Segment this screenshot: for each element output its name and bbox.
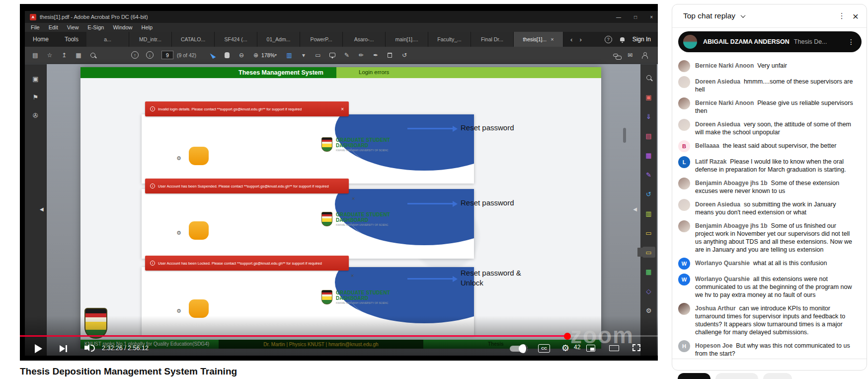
organize-pages-icon[interactable]: ▤ — [642, 130, 655, 141]
search-icon[interactable] — [89, 53, 96, 58]
tab-close-icon[interactable]: × — [551, 36, 553, 42]
play-button[interactable] — [35, 344, 42, 353]
settings-gear-icon[interactable]: ⚙ — [561, 343, 569, 354]
theater-mode-button[interactable] — [609, 345, 619, 351]
chat-message: LLatif RazakPlease I would like to know … — [672, 154, 867, 176]
highlight-pen-icon[interactable]: ✎ — [343, 52, 350, 59]
attachments-icon[interactable]: ✇ — [32, 112, 39, 119]
minimize-button[interactable]: — — [616, 14, 621, 20]
zoom-level-select[interactable]: 178% — [261, 52, 275, 58]
link-icon[interactable] — [612, 54, 619, 57]
chat-close-icon[interactable]: × — [853, 11, 859, 21]
doc-tab-active[interactable]: thesis[1]... × — [514, 32, 563, 47]
comment-icon[interactable] — [329, 53, 336, 57]
notifications-bell-icon[interactable] — [620, 37, 625, 41]
chat-menu-kebab-icon[interactable]: ⋮ — [831, 11, 853, 20]
doc-tab[interactable]: PowerP... — [300, 32, 343, 47]
select-tool-icon[interactable] — [209, 52, 216, 58]
tab-scroll-left-icon[interactable]: ‹ — [570, 36, 572, 43]
doc-tab[interactable]: CATALO... — [172, 32, 215, 47]
next-button[interactable] — [60, 345, 69, 352]
export-pdf-icon[interactable]: ⇓ — [642, 111, 655, 122]
comment-tool-icon[interactable]: ▭ — [642, 247, 655, 258]
pdf-scrollbar-thumb[interactable] — [623, 128, 626, 143]
marquee-zoom-icon[interactable] — [642, 72, 655, 83]
doc-tab[interactable]: main[1].... — [386, 32, 428, 47]
fill-and-sign-icon[interactable]: ✎ — [642, 169, 655, 180]
scan-ocr-icon[interactable]: ▥ — [642, 208, 655, 219]
menu-window[interactable]: Window — [113, 24, 132, 30]
tab-home[interactable]: Home — [25, 32, 57, 47]
edit-pdf-icon[interactable]: ▦ — [642, 150, 655, 161]
print-production-icon[interactable]: ▦ — [642, 266, 655, 277]
rotate-pages-icon[interactable]: ↺ — [401, 52, 408, 59]
chat-chip[interactable] — [678, 373, 710, 379]
next-page-icon[interactable]: ↓ — [146, 51, 154, 59]
email-icon[interactable]: ✉ — [627, 52, 633, 59]
star-icon[interactable]: ☆ — [46, 52, 53, 59]
restore-button[interactable]: □ — [634, 14, 637, 20]
page-thumbnails-icon[interactable]: ▣ — [32, 75, 39, 83]
chat-chip[interactable] — [763, 373, 792, 379]
chat-mode-dropdown[interactable]: Top chat replay — [683, 11, 735, 20]
doc-tab-label: thesis[1]... — [523, 36, 547, 42]
bookmarks-icon[interactable]: ⚑ — [32, 94, 39, 101]
progress-bar[interactable] — [20, 335, 658, 337]
page-number-input[interactable]: 9 — [161, 51, 173, 59]
fullscreen-button[interactable] — [632, 344, 640, 351]
delete-pages-icon[interactable] — [387, 53, 394, 58]
previous-page-icon[interactable]: ↑ — [131, 51, 139, 59]
collapse-left-panel-icon[interactable]: ◀ — [40, 206, 44, 212]
tab-tools[interactable]: Tools — [57, 32, 86, 47]
save-icon[interactable]: ▤ — [32, 52, 39, 59]
chat-chip[interactable] — [715, 373, 758, 379]
banner-close-icon[interactable]: × — [352, 195, 355, 201]
zoom-out-icon[interactable]: ⊖ — [238, 52, 245, 59]
progress-scrubber[interactable] — [564, 333, 571, 340]
page-display-caret-icon[interactable]: ▾ — [300, 52, 307, 59]
sign-in-button[interactable]: Sign In — [632, 36, 651, 43]
menu-file[interactable]: File — [31, 24, 40, 30]
doc-tab[interactable]: a... — [86, 32, 129, 47]
hand-tool-icon[interactable] — [224, 52, 231, 58]
collapse-right-panel-icon[interactable]: ◀ — [633, 206, 637, 212]
doc-tab[interactable]: Faculty_... — [428, 32, 471, 47]
protect-icon[interactable]: ◇ — [642, 285, 655, 296]
zoom-in-icon[interactable]: ⊕ — [252, 52, 259, 59]
chevron-down-icon[interactable] — [741, 13, 746, 18]
print-icon[interactable]: ▦ — [75, 52, 82, 59]
page-display-icon[interactable]: ▥ — [286, 52, 293, 59]
read-mode-icon[interactable]: ▭ — [315, 52, 321, 59]
logo-subtitle: DASHBOARD — [336, 143, 390, 148]
request-signatures-icon[interactable]: ▭ — [642, 227, 655, 238]
share-icon[interactable]: ↥ — [61, 52, 68, 59]
video-player[interactable]: A thesis[1].pdf - Adobe Acrobat Pro DC (… — [20, 4, 658, 361]
create-pdf-icon[interactable]: ▣ — [642, 92, 655, 102]
banner-close-icon[interactable]: × — [351, 273, 354, 279]
convert-pdf-icon[interactable]: ↺ — [642, 189, 655, 199]
profile-icon[interactable] — [641, 52, 648, 58]
more-tools-icon[interactable]: ⚙ — [642, 305, 655, 316]
sign-pen-icon[interactable]: ✏ — [358, 52, 365, 59]
banner-close-icon[interactable]: × — [341, 106, 344, 112]
doc-tab[interactable]: MD_intr... — [129, 32, 172, 47]
autoplay-toggle[interactable] — [510, 346, 527, 352]
menu-edit[interactable]: Edit — [49, 24, 58, 30]
menu-e-sign[interactable]: E-Sign — [87, 24, 104, 30]
doc-tab[interactable]: SF424 (... — [215, 32, 257, 47]
tab-scroll-right-icon[interactable]: › — [579, 36, 581, 43]
pinned-kebab-icon[interactable]: ⋮ — [848, 38, 857, 46]
volume-icon[interactable] — [84, 346, 87, 350]
menu-help[interactable]: Help — [142, 24, 153, 30]
pinned-message[interactable]: ABIGAIL DZAMA ANDERSON Thesis De... ⋮ — [678, 31, 862, 52]
fill-sign-icon[interactable]: ✒ — [372, 52, 379, 59]
miniplayer-button[interactable] — [586, 345, 595, 352]
doc-tab[interactable]: 01_Adm... — [257, 32, 300, 47]
captions-button[interactable]: CC — [538, 344, 550, 353]
doc-tab[interactable]: Asaro-... — [343, 32, 386, 47]
doc-tab[interactable]: Final Dr... — [471, 32, 514, 47]
menu-view[interactable]: View — [67, 24, 79, 30]
help-icon[interactable]: ? — [605, 36, 612, 43]
zoom-caret-icon[interactable]: ▾ — [275, 53, 277, 57]
close-button[interactable]: × — [650, 14, 653, 20]
